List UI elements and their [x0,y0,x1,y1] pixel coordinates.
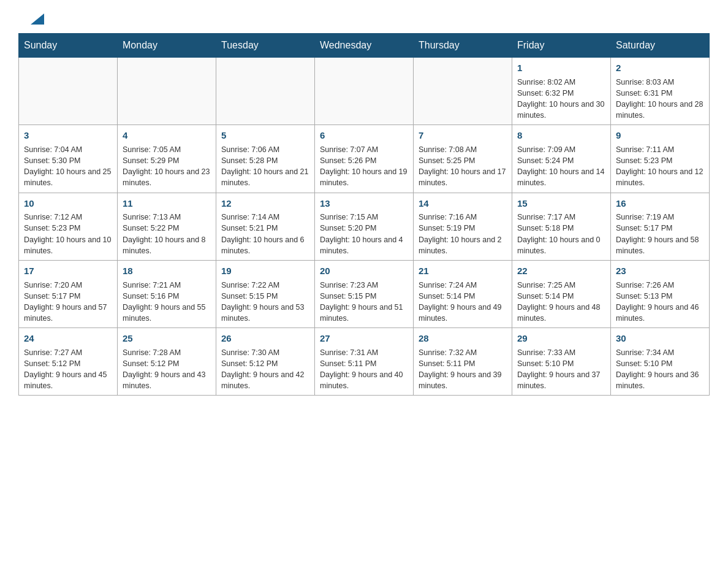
day-info: Sunrise: 7:09 AM Sunset: 5:24 PM Dayligh… [517,144,605,189]
calendar-cell: 30Sunrise: 7:34 AM Sunset: 5:10 PM Dayli… [611,328,710,396]
day-number: 16 [616,197,704,210]
day-info: Sunrise: 7:06 AM Sunset: 5:28 PM Dayligh… [221,144,309,189]
calendar-cell: 6Sunrise: 7:07 AM Sunset: 5:26 PM Daylig… [315,125,414,193]
day-info: Sunrise: 7:08 AM Sunset: 5:25 PM Dayligh… [419,144,507,189]
calendar-cell: 3Sunrise: 7:04 AM Sunset: 5:30 PM Daylig… [19,125,118,193]
calendar-week-row: 24Sunrise: 7:27 AM Sunset: 5:12 PM Dayli… [19,328,710,396]
day-info: Sunrise: 7:11 AM Sunset: 5:23 PM Dayligh… [616,144,704,189]
day-number: 23 [616,264,704,278]
calendar-cell: 23Sunrise: 7:26 AM Sunset: 5:13 PM Dayli… [611,260,710,327]
calendar-cell: 12Sunrise: 7:14 AM Sunset: 5:21 PM Dayli… [216,193,315,260]
calendar-cell: 15Sunrise: 7:17 AM Sunset: 5:18 PM Dayli… [512,193,611,260]
day-number: 19 [221,264,309,278]
day-info: Sunrise: 7:21 AM Sunset: 5:16 PM Dayligh… [123,280,211,324]
weekday-header-sunday: Sunday [19,34,118,58]
day-number: 2 [616,61,704,75]
calendar-week-row: 1Sunrise: 8:02 AM Sunset: 6:32 PM Daylig… [19,58,710,125]
day-number: 26 [221,332,309,345]
day-number: 9 [616,129,704,142]
day-info: Sunrise: 7:26 AM Sunset: 5:13 PM Dayligh… [616,280,704,324]
day-number: 20 [320,264,408,278]
day-info: Sunrise: 7:33 AM Sunset: 5:10 PM Dayligh… [517,347,605,392]
svg-marker-0 [31,13,44,25]
day-info: Sunrise: 7:25 AM Sunset: 5:14 PM Dayligh… [517,280,605,324]
calendar-cell: 22Sunrise: 7:25 AM Sunset: 5:14 PM Dayli… [512,260,611,327]
calendar-cell: 16Sunrise: 7:19 AM Sunset: 5:17 PM Dayli… [611,193,710,260]
day-info: Sunrise: 7:22 AM Sunset: 5:15 PM Dayligh… [221,280,309,324]
day-number: 15 [517,197,605,210]
day-info: Sunrise: 7:13 AM Sunset: 5:22 PM Dayligh… [123,212,211,256]
day-info: Sunrise: 7:15 AM Sunset: 5:20 PM Dayligh… [320,212,408,256]
weekday-header-wednesday: Wednesday [315,34,414,58]
day-info: Sunrise: 7:19 AM Sunset: 5:17 PM Dayligh… [616,212,704,256]
day-number: 17 [24,264,112,278]
calendar-week-row: 10Sunrise: 7:12 AM Sunset: 5:23 PM Dayli… [19,193,710,260]
calendar-cell: 20Sunrise: 7:23 AM Sunset: 5:15 PM Dayli… [315,260,414,327]
calendar-cell [19,58,118,125]
day-number: 7 [419,129,507,142]
calendar-week-row: 3Sunrise: 7:04 AM Sunset: 5:30 PM Daylig… [19,125,710,193]
day-number: 28 [419,332,507,345]
calendar-cell: 11Sunrise: 7:13 AM Sunset: 5:22 PM Dayli… [118,193,216,260]
calendar-cell: 8Sunrise: 7:09 AM Sunset: 5:24 PM Daylig… [512,125,611,193]
day-number: 11 [123,197,211,210]
calendar-cell: 24Sunrise: 7:27 AM Sunset: 5:12 PM Dayli… [19,328,118,396]
calendar-cell: 27Sunrise: 7:31 AM Sunset: 5:11 PM Dayli… [315,328,414,396]
calendar-cell: 9Sunrise: 7:11 AM Sunset: 5:23 PM Daylig… [611,125,710,193]
weekday-header-friday: Friday [512,34,611,58]
day-number: 24 [24,332,112,345]
day-number: 12 [221,197,309,210]
day-info: Sunrise: 7:17 AM Sunset: 5:18 PM Dayligh… [517,212,605,256]
calendar-cell: 29Sunrise: 7:33 AM Sunset: 5:10 PM Dayli… [512,328,611,396]
day-info: Sunrise: 7:12 AM Sunset: 5:23 PM Dayligh… [24,212,112,256]
day-number: 8 [517,129,605,142]
day-number: 29 [517,332,605,345]
calendar-cell: 19Sunrise: 7:22 AM Sunset: 5:15 PM Dayli… [216,260,315,327]
calendar-cell [315,58,414,125]
logo-triangle-icon [31,13,44,25]
day-number: 18 [123,264,211,278]
calendar-header-row: SundayMondayTuesdayWednesdayThursdayFrid… [19,34,710,58]
day-number: 10 [24,197,112,210]
calendar-cell: 4Sunrise: 7:05 AM Sunset: 5:29 PM Daylig… [118,125,216,193]
day-number: 27 [320,332,408,345]
day-info: Sunrise: 7:28 AM Sunset: 5:12 PM Dayligh… [123,347,211,392]
day-info: Sunrise: 7:27 AM Sunset: 5:12 PM Dayligh… [24,347,112,392]
calendar-cell: 13Sunrise: 7:15 AM Sunset: 5:20 PM Dayli… [315,193,414,260]
day-info: Sunrise: 7:07 AM Sunset: 5:26 PM Dayligh… [320,144,408,189]
day-number: 1 [517,61,605,75]
calendar-cell: 7Sunrise: 7:08 AM Sunset: 5:25 PM Daylig… [414,125,512,193]
calendar-week-row: 17Sunrise: 7:20 AM Sunset: 5:17 PM Dayli… [19,260,710,327]
day-number: 5 [221,129,309,142]
calendar-cell [414,58,512,125]
day-number: 22 [517,264,605,278]
calendar-cell: 18Sunrise: 7:21 AM Sunset: 5:16 PM Dayli… [118,260,216,327]
calendar-cell: 26Sunrise: 7:30 AM Sunset: 5:12 PM Dayli… [216,328,315,396]
day-number: 14 [419,197,507,210]
day-number: 13 [320,197,408,210]
calendar-cell: 14Sunrise: 7:16 AM Sunset: 5:19 PM Dayli… [414,193,512,260]
calendar-cell: 5Sunrise: 7:06 AM Sunset: 5:28 PM Daylig… [216,125,315,193]
calendar-cell [216,58,315,125]
day-info: Sunrise: 7:04 AM Sunset: 5:30 PM Dayligh… [24,144,112,189]
weekday-header-monday: Monday [118,34,216,58]
calendar-cell: 25Sunrise: 7:28 AM Sunset: 5:12 PM Dayli… [118,328,216,396]
day-number: 3 [24,129,112,142]
calendar-cell: 17Sunrise: 7:20 AM Sunset: 5:17 PM Dayli… [19,260,118,327]
calendar-cell: 10Sunrise: 7:12 AM Sunset: 5:23 PM Dayli… [19,193,118,260]
day-info: Sunrise: 7:20 AM Sunset: 5:17 PM Dayligh… [24,280,112,324]
day-info: Sunrise: 7:23 AM Sunset: 5:15 PM Dayligh… [320,280,408,324]
day-number: 4 [123,129,211,142]
weekday-header-thursday: Thursday [414,34,512,58]
day-info: Sunrise: 7:05 AM Sunset: 5:29 PM Dayligh… [123,144,211,189]
calendar-cell: 1Sunrise: 8:02 AM Sunset: 6:32 PM Daylig… [512,58,611,125]
day-info: Sunrise: 7:30 AM Sunset: 5:12 PM Dayligh… [221,347,309,392]
day-number: 21 [419,264,507,278]
day-info: Sunrise: 7:31 AM Sunset: 5:11 PM Dayligh… [320,347,408,392]
calendar-cell [118,58,216,125]
logo [18,12,44,27]
day-number: 6 [320,129,408,142]
calendar-cell: 28Sunrise: 7:32 AM Sunset: 5:11 PM Dayli… [414,328,512,396]
page-header [18,12,710,27]
day-info: Sunrise: 8:02 AM Sunset: 6:32 PM Dayligh… [517,77,605,121]
